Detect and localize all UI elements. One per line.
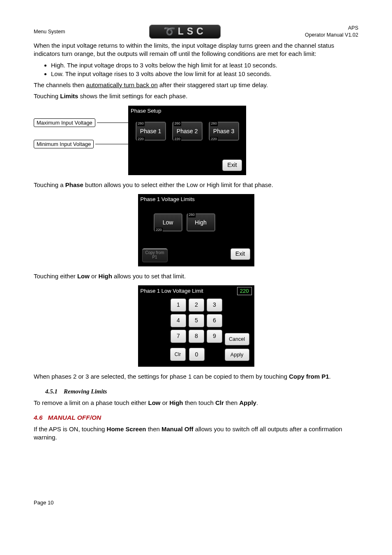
copy-paragraph: When phases 2 or 3 are selected, the set… (34, 372, 358, 381)
keypad-6[interactable]: 6 (207, 314, 222, 327)
limit-value-display: 220 (237, 287, 252, 295)
phase-select-paragraph: Touching a Phase button allows you to se… (34, 181, 358, 189)
manual-off-on-paragraph: If the APS is ON, touching Home Screen t… (34, 425, 358, 442)
phase-3-button[interactable]: 260 Phase 3 220 (209, 122, 239, 141)
limits-paragraph: Touching Limits shows the limit settings… (34, 92, 358, 100)
exit-button[interactable]: Exit (222, 160, 242, 171)
keypad-1[interactable]: 1 (171, 298, 186, 312)
keypad-clr[interactable]: Clr (170, 348, 186, 361)
phase-2-button[interactable]: 260 Phase 2 220 (172, 122, 203, 141)
callout-min-voltage: Minimum Input Voltage (34, 140, 94, 149)
page-header: Menu System ➰LSC APS Operator Manual V1.… (34, 25, 358, 39)
keypad-9[interactable]: 9 (207, 330, 222, 343)
brand-logo: ➰LSC (149, 25, 221, 39)
figure-keypad: Phase 1 Low Voltage Limit 220 1 2 3 4 5 … (34, 285, 358, 367)
header-right: APS Operator Manual V1.02 (305, 25, 358, 39)
section-4-5-1-heading: 4.5.1 Removing Limits (45, 387, 358, 395)
cancel-button[interactable]: Cancel (225, 333, 249, 345)
keypad-3[interactable]: 3 (207, 298, 222, 312)
conditions-list: High. The input voltage drops to 3 volts… (51, 61, 358, 79)
phase-1-button[interactable]: 260 Phase 1 220 (136, 122, 166, 141)
apply-button[interactable]: Apply (225, 349, 249, 361)
intro-paragraph: When the input voltage returns to within… (34, 42, 358, 58)
keypad-7[interactable]: 7 (171, 330, 186, 343)
keypad-5[interactable]: 5 (189, 314, 204, 327)
keypad-2[interactable]: 2 (189, 298, 204, 312)
header-left: Menu System (34, 28, 65, 35)
low-voltage-limit-panel: Phase 1 Low Voltage Limit 220 1 2 3 4 5 … (138, 285, 254, 367)
removing-limits-paragraph: To remove a limit on a phase touch eithe… (34, 399, 358, 407)
condition-high: High. The input voltage drops to 3 volts… (51, 61, 358, 69)
logo-swirl-icon: ➰ (164, 26, 175, 37)
keypad-0[interactable]: 0 (189, 348, 205, 361)
section-4-6-heading: 4.6 MANUAL OFF/ON (34, 414, 358, 422)
low-limit-button[interactable]: Low 220 (154, 213, 182, 231)
low-high-paragraph: Touching either Low or High allows you t… (34, 272, 358, 280)
voltage-limits-panel: Phase 1 Voltage Limits Low 220 260 High … (138, 194, 254, 266)
callout-max-voltage: Maximum Input Voltage (34, 118, 95, 127)
condition-low: Low. The input voltage rises to 3 volts … (51, 70, 358, 78)
high-limit-button[interactable]: 260 High (187, 213, 215, 231)
panel-title: Phase 1 Voltage Limits (139, 195, 254, 204)
manual-version: Operator Manual V1.02 (305, 32, 358, 39)
copy-from-p1-button[interactable]: Copy from P1 (142, 248, 168, 262)
page-footer: Page 10 (34, 499, 358, 506)
exit-button[interactable]: Exit (231, 248, 250, 260)
product-name: APS (305, 25, 358, 32)
panel-title: Phase 1 Low Voltage Limit (141, 287, 203, 295)
logo-text: LSC (178, 26, 207, 37)
figure-voltage-limits: Phase 1 Voltage Limits Low 220 260 High … (34, 194, 358, 266)
figure-phase-setup: Maximum Input Voltage Minimum Input Volt… (34, 106, 358, 175)
phase-setup-panel: Phase Setup 260 Phase 1 220 260 Phase 2 … (128, 106, 246, 175)
panel-title: Phase Setup (129, 106, 245, 116)
auto-on-paragraph: The channels then automatically turn bac… (34, 81, 358, 89)
keypad-4[interactable]: 4 (171, 314, 186, 327)
keypad-8[interactable]: 8 (189, 330, 204, 343)
